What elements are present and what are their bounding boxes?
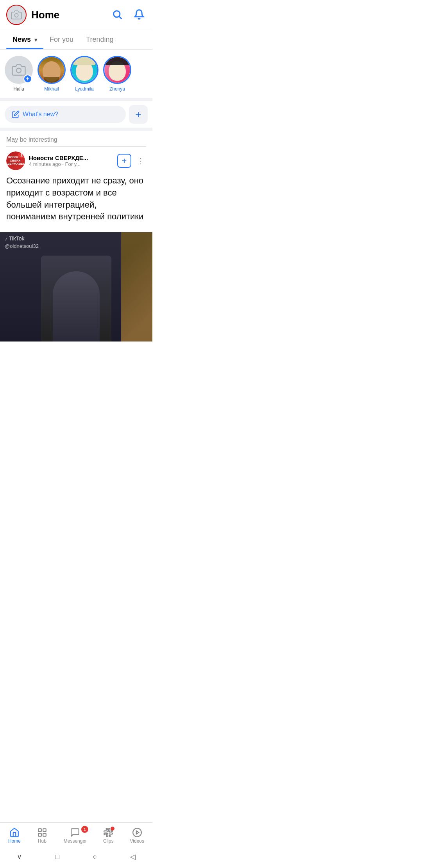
post-meta: 4 minutes ago · For y...: [29, 161, 113, 167]
plus-icon: [121, 157, 128, 164]
story-item-lyudmila[interactable]: Lyudmila: [70, 56, 98, 92]
post-source: For y...: [65, 161, 80, 167]
tab-news-arrow: ▾: [34, 37, 37, 43]
story-name-halla: Halla: [13, 86, 24, 92]
camera-icon: [11, 9, 22, 20]
post-time: 4 minutes ago: [29, 161, 61, 167]
story-avatar-mikhail: [38, 56, 66, 84]
video-tiktok-label: ♪ TikTok: [5, 235, 25, 242]
edit-icon: [12, 110, 20, 118]
story-item-zhenya[interactable]: Zhenya: [103, 56, 131, 92]
story-avatar-wrap-halla: +: [5, 56, 33, 84]
search-button[interactable]: [110, 7, 124, 23]
add-story-button[interactable]: +: [23, 75, 32, 83]
story-avatar-wrap-zhenya: [103, 56, 131, 84]
compose-input[interactable]: What's new?: [5, 106, 126, 123]
svg-point-3: [16, 68, 21, 73]
search-icon: [112, 9, 123, 20]
tab-news[interactable]: News ▾: [6, 30, 43, 49]
post-avatar[interactable]: НОВОСТИСВЕРХ-ДЕРЖАВЫ 1: [6, 151, 25, 170]
story-avatar-zhenya: [103, 56, 131, 84]
video-thumbnail[interactable]: ♪ TikTok @oldnetsoul32: [0, 232, 152, 342]
story-name-mikhail: Mikhail: [44, 86, 59, 92]
tab-trending[interactable]: Trending: [80, 30, 120, 49]
notifications-button[interactable]: [132, 7, 146, 23]
story-item-halla[interactable]: + Halla: [5, 56, 33, 92]
compose-bar: What's new? +: [0, 101, 152, 131]
video-username: @oldnetsoul32: [5, 243, 39, 249]
camera-icon-story: [12, 63, 26, 77]
header: Home: [0, 0, 152, 30]
post-channel-name: Новости СВЕРХДЕ...: [29, 155, 113, 161]
svg-point-0: [14, 14, 18, 17]
post-text: Осознание приходит не сразу, оно приходи…: [6, 175, 146, 223]
post-header: НОВОСТИСВЕРХ-ДЕРЖАВЫ 1 Новости СВЕРХДЕ..…: [6, 151, 146, 170]
tab-for-you[interactable]: For you: [43, 30, 80, 49]
video-side-panel: [121, 232, 152, 342]
compose-placeholder: What's new?: [23, 111, 58, 118]
post-card: НОВОСТИСВЕРХ-ДЕРЖАВЫ 1 Новости СВЕРХДЕ..…: [0, 147, 152, 232]
bell-icon: [134, 9, 145, 20]
story-avatar-wrap-lyudmila: [70, 56, 98, 84]
tabs: News ▾ For you Trending: [0, 30, 152, 50]
svg-line-2: [119, 16, 121, 18]
user-avatar[interactable]: [6, 5, 27, 25]
story-name-lyudmila: Lyudmila: [75, 86, 94, 92]
post-badge: 1: [18, 151, 25, 158]
stories-row: + Halla Mikhail: [0, 50, 152, 101]
more-options-button[interactable]: ⋮: [135, 155, 146, 167]
header-actions: [110, 7, 146, 23]
section-label: May be interesting: [0, 131, 152, 146]
story-avatar-wrap-mikhail: [38, 56, 66, 84]
story-avatar-lyudmila: [70, 56, 98, 84]
page-title: Home: [31, 9, 110, 21]
post-info: Новости СВЕРХДЕ... 4 minutes ago · For y…: [29, 155, 113, 167]
video-person: [41, 256, 111, 342]
add-content-button[interactable]: +: [129, 105, 148, 124]
story-item-mikhail[interactable]: Mikhail: [38, 56, 66, 92]
story-name-zhenya: Zhenya: [109, 86, 125, 92]
post-actions: ⋮: [117, 154, 146, 168]
follow-button[interactable]: [117, 154, 131, 168]
